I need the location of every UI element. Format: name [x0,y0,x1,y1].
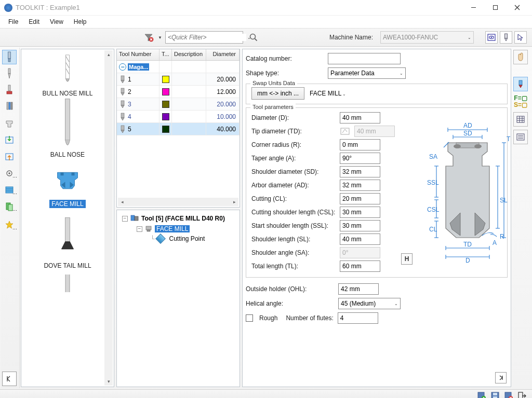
hscroll-right-arrow[interactable]: ▸ [230,198,238,206]
swap-units-button[interactable]: mm <-> inch ... [251,87,304,100]
param-input-d[interactable] [340,112,380,123]
menu-edit[interactable]: Edit [24,17,44,27]
param-input-sd[interactable] [340,166,380,177]
rough-checkbox[interactable] [246,314,253,322]
save-remove-icon[interactable] [504,391,513,399]
param-input-cl[interactable] [340,193,380,204]
ohl-input[interactable] [338,283,379,295]
helical-select[interactable]: 45 (Medium)⌄ [338,298,401,309]
svg-rect-19 [9,102,10,109]
tooltype-multi-icon[interactable] [2,100,17,114]
table-row[interactable]: 410.000 [117,111,240,123]
export-icon[interactable] [2,133,17,147]
save-icon[interactable] [490,391,500,399]
scroll-up-arrow[interactable]: ▴ [104,50,113,59]
search-button[interactable] [246,30,261,45]
col-diameter[interactable]: Diameter [206,49,240,60]
param-input-tl[interactable] [340,260,380,272]
tooltype-holder-icon[interactable] [2,116,17,131]
collapse-right-button[interactable] [495,372,507,383]
tree-leaf-row[interactable]: └ Cutting Point [119,234,237,243]
svg-rect-32 [61,172,64,175]
save-add-icon[interactable] [477,391,486,399]
catalog-input[interactable] [328,53,401,64]
col-tool-number[interactable]: Tool Number [117,49,159,60]
exit-icon[interactable] [517,391,527,399]
param-input-a[interactable] [340,153,380,164]
quickfilter-box[interactable]: ⌄ [165,31,243,44]
svg-point-47 [454,144,461,148]
svg-rect-35 [65,275,70,292]
params-legend: Tool parameters [250,104,296,110]
table-row[interactable]: 540.000 [117,123,240,135]
tree-root-row[interactable]: − Tool [5] (FACE MILL D40 R0) [119,213,237,224]
hscroll-left-arrow[interactable]: ◂ [118,198,126,206]
tool-view-icon[interactable] [500,31,512,44]
pointer-icon[interactable] [514,31,527,44]
tree-child-row[interactable]: − FACE MILL [119,224,237,234]
tool-type-select[interactable]: FACE MILL⌄ [310,90,346,97]
fs-toggle-icons[interactable]: F=▢S=▢ [513,94,528,109]
tool-item-ballnose[interactable]: BALL NOSE [21,98,114,159]
param-row-d: Diameter (D): [251,111,397,125]
table-header: Tool Number T... Description Diameter [117,49,240,61]
table-edit-icon[interactable]: ⋯ [2,183,17,197]
tooltype-tapered-icon[interactable] [2,66,17,81]
svg-rect-12 [505,34,508,38]
svg-rect-25 [6,187,13,193]
tooltype-slot-icon[interactable] [2,83,17,98]
param-row-sl: Shoulder length (SL): [251,232,397,246]
tool-item-facemill[interactable]: FACE MILL [21,159,114,209]
minimize-button[interactable] [462,1,484,15]
menu-view[interactable]: View [46,17,68,27]
favorites-icon[interactable]: ⋯ [2,218,17,232]
param-row-cl: Cutting (CL): [251,192,397,205]
tool-item-dovetail[interactable]: DOVE TAIL MILL [21,209,114,270]
settings-icon[interactable]: ⋯ [2,166,17,181]
h-toggle-button[interactable]: H [401,253,413,265]
menu-help[interactable]: Help [70,17,91,27]
grid-icon[interactable] [513,112,528,127]
toollist-scrollbar[interactable]: ▴ ▾ [104,50,113,386]
quickfilter-input[interactable] [168,34,246,41]
table-row[interactable]: 320.000 [117,98,240,111]
table-hscroll[interactable]: ◂ ▸ [118,198,238,206]
import-icon[interactable] [2,149,17,164]
param-input-ad[interactable] [340,180,380,191]
col-t[interactable]: T... [159,49,172,60]
table-row[interactable]: 120.000 [117,73,240,86]
row-magazine[interactable]: −Maga... [117,61,240,73]
tool-tree: − Tool [5] (FACE MILL D40 R0) − FACE MIL… [116,210,240,387]
flutes-input[interactable] [338,312,378,324]
filter-icon[interactable] [143,32,154,43]
col-description[interactable]: Description [172,49,206,60]
tool-library-icon[interactable]: ⋯ [2,199,17,214]
tooltype-endmill-icon[interactable] [2,50,17,64]
svg-rect-110 [518,392,523,399]
tool-item-bullnose[interactable]: BULL NOSE MILL [21,49,114,98]
svg-text:CL: CL [429,226,437,233]
collapse-icon[interactable]: − [119,63,126,71]
param-input-csl[interactable] [340,207,380,218]
machine-name-select[interactable]: AWEA1000-FANUC ⌄ [380,31,474,44]
param-input-sl[interactable] [340,234,380,245]
collapse-left-icon[interactable] [2,372,17,386]
menu-file[interactable]: File [4,17,22,27]
flutes-label: Number of flutes: [286,314,333,322]
maximize-button[interactable] [484,1,506,15]
shape-select[interactable]: Parameter Data⌄ [328,67,406,79]
tree-expander-child[interactable]: − [137,226,142,232]
param-input-td [354,126,395,137]
tool-edit-icon[interactable] [513,77,528,91]
hand-tool-icon[interactable] [513,50,528,64]
param-input-r[interactable] [340,139,380,150]
close-button[interactable] [506,1,528,15]
table-row[interactable]: 212.000 [117,86,240,98]
preview-icon[interactable] [485,31,498,44]
cutting-point-icon [155,234,166,244]
param-input-ssl[interactable] [340,220,380,231]
tree-expander-root[interactable]: − [122,216,128,222]
filter-dropdown-arrow[interactable]: ▼ [158,35,162,40]
scroll-down-arrow[interactable]: ▾ [104,377,113,386]
list-icon[interactable] [513,130,528,144]
